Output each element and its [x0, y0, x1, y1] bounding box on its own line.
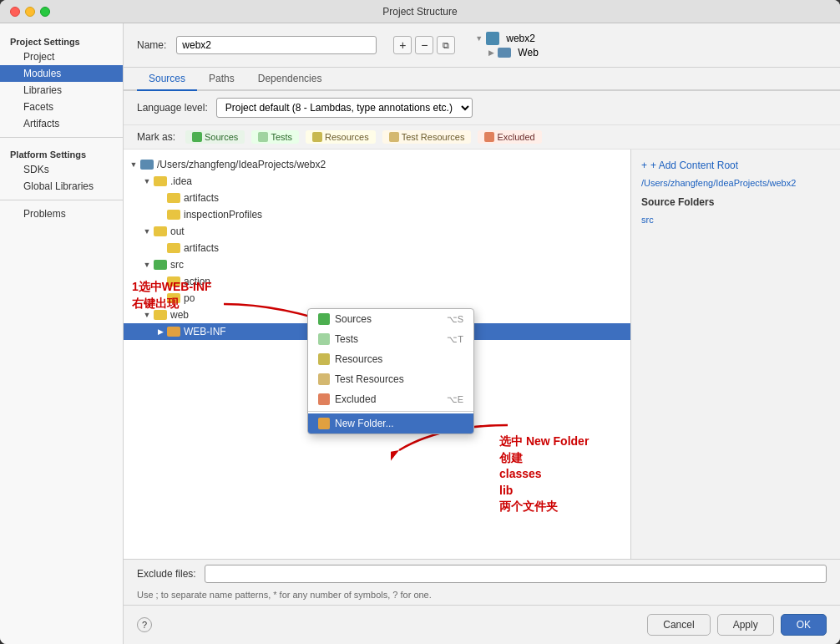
- sidebar-item-modules[interactable]: Modules: [0, 65, 123, 82]
- close-button[interactable]: [10, 7, 20, 17]
- content-root-path: /Users/zhangfeng/IdeaProjects/webx2: [641, 178, 830, 188]
- add-content-root-button[interactable]: + + Add Content Root: [641, 160, 830, 171]
- source-folder-src: src: [641, 213, 830, 226]
- sidebar-item-global-libraries[interactable]: Global Libraries: [0, 178, 123, 195]
- sidebar-item-sdks[interactable]: SDKs: [0, 161, 123, 178]
- ctx-resources[interactable]: Resources: [308, 349, 473, 369]
- language-level-label: Language level:: [137, 102, 208, 114]
- root-folder-icon: [140, 160, 154, 170]
- mark-as-row: Mark as: Sources Tests Resources Test Re…: [124, 125, 840, 150]
- ctx-newfolder-label: New Folder...: [335, 418, 394, 429]
- tree-toggle-out[interactable]: ▼: [140, 225, 154, 238]
- out-folder-icon: [154, 226, 167, 236]
- tree-label-root: /Users/zhangfeng/IdeaProjects/webx2: [157, 159, 326, 170]
- add-module-button[interactable]: +: [393, 36, 412, 54]
- module-tree-web[interactable]: ▶ Web: [475, 47, 538, 58]
- main-content: Project Settings Project Modules Librari…: [0, 23, 840, 644]
- sidebar-divider-2: [0, 200, 123, 200]
- tree-toggle-root[interactable]: ▼: [127, 158, 140, 171]
- sidebar: Project Settings Project Modules Librari…: [0, 23, 124, 644]
- module-name-input[interactable]: [176, 36, 377, 54]
- exclude-files-label: Exclude files:: [137, 568, 196, 580]
- sidebar-item-facets[interactable]: Facets: [0, 99, 123, 115]
- apply-button[interactable]: Apply: [717, 614, 774, 636]
- sidebar-label-artifacts: Artifacts: [23, 118, 59, 129]
- tree-label-idea: .idea: [170, 175, 192, 187]
- tree-item-out[interactable]: ▼ out: [124, 223, 630, 240]
- copy-module-button[interactable]: ⧉: [437, 36, 455, 54]
- ctx-testres[interactable]: Test Resources: [308, 369, 473, 389]
- tree-label-action: action: [184, 276, 210, 287]
- sidebar-item-artifacts[interactable]: Artifacts: [0, 115, 123, 132]
- sources-badge-icon: [192, 132, 202, 142]
- idea-folder-icon: [154, 176, 167, 186]
- sidebar-item-libraries[interactable]: Libraries: [0, 82, 123, 99]
- context-menu: Sources ⌥S Tests ⌥T: [307, 308, 474, 434]
- help-button[interactable]: ?: [137, 617, 152, 632]
- tab-paths[interactable]: Paths: [197, 68, 246, 91]
- language-level-select[interactable]: Project default (8 - Lambdas, type annot…: [216, 98, 473, 118]
- ctx-sources-icon: [318, 313, 330, 325]
- minimize-button[interactable]: [25, 7, 35, 17]
- mark-as-sources[interactable]: Sources: [185, 130, 245, 144]
- tab-dependencies[interactable]: Dependencies: [246, 68, 334, 91]
- maximize-button[interactable]: [40, 7, 50, 17]
- ctx-new-folder[interactable]: New Folder...: [308, 413, 473, 434]
- testres-badge-label: Test Resources: [402, 132, 465, 142]
- tree-toggle-web[interactable]: ▼: [140, 308, 154, 322]
- sidebar-label-problems: Problems: [23, 208, 66, 220]
- ctx-tests[interactable]: Tests ⌥T: [308, 329, 473, 349]
- traffic-lights: [10, 7, 50, 17]
- sidebar-label-project: Project: [23, 51, 54, 63]
- ctx-excluded[interactable]: Excluded ⌥E: [308, 389, 473, 409]
- module-tree-webx2[interactable]: ▼ webx2: [475, 32, 538, 45]
- tree-item-idea[interactable]: ▼ .idea: [124, 173, 630, 190]
- ctx-excluded-icon: [318, 393, 330, 405]
- module-tree-webx2-label: webx2: [506, 33, 535, 44]
- tree-label-out: out: [170, 226, 185, 237]
- tree-item-artifacts1[interactable]: ▶ artifacts: [124, 190, 630, 206]
- tree-item-artifacts2[interactable]: ▶ artifacts: [124, 240, 630, 256]
- tree-label-web: web: [170, 309, 189, 321]
- annotation-text-2: 选中 New Folder创建classeslib两个文件夹: [499, 434, 589, 515]
- ctx-excluded-shortcut: ⌥E: [447, 394, 463, 405]
- excluded-badge-icon: [484, 132, 494, 142]
- tree-item-po[interactable]: ▶ po: [124, 290, 630, 307]
- tree-item-inspection[interactable]: ▶ inspectionProfiles: [124, 206, 630, 223]
- sidebar-item-problems[interactable]: Problems: [0, 205, 123, 222]
- ctx-divider: [308, 411, 473, 412]
- testres-badge-icon: [389, 132, 399, 142]
- mark-as-resources[interactable]: Resources: [306, 130, 376, 144]
- exclude-files-input[interactable]: [205, 565, 827, 583]
- sidebar-label-global-libraries: Global Libraries: [23, 180, 94, 192]
- ctx-sources-shortcut: ⌥S: [447, 314, 463, 325]
- exclude-files-help: Use ; to separate name patterns, * for a…: [124, 588, 840, 605]
- tree-label-po: po: [184, 292, 195, 304]
- ctx-sources-label: Sources: [335, 313, 372, 325]
- mark-as-test-resources[interactable]: Test Resources: [382, 130, 472, 144]
- tree-item-action[interactable]: ▶ action: [124, 273, 630, 290]
- tree-item-src[interactable]: ▼ src: [124, 256, 630, 273]
- tree-item-root[interactable]: ▼ /Users/zhangfeng/IdeaProjects/webx2: [124, 156, 630, 173]
- tree-label-src: src: [170, 259, 184, 271]
- tree-toggle-src[interactable]: ▼: [140, 258, 154, 271]
- mark-as-excluded[interactable]: Excluded: [478, 130, 541, 144]
- remove-module-button[interactable]: −: [415, 36, 433, 54]
- ok-button[interactable]: OK: [781, 614, 827, 636]
- mark-as-tests[interactable]: Tests: [251, 130, 299, 144]
- dialog-title: Project Structure: [382, 6, 457, 18]
- tree-toggle-idea[interactable]: ▼: [140, 175, 154, 188]
- right-panel: Name: + − ⧉ ▼ webx2 ▶: [124, 23, 840, 644]
- tabs-row: Sources Paths Dependencies: [124, 68, 840, 91]
- tab-sources[interactable]: Sources: [137, 68, 197, 91]
- sidebar-label-sdks: SDKs: [23, 164, 49, 175]
- ctx-sources[interactable]: Sources ⌥S: [308, 309, 473, 329]
- resources-badge-label: Resources: [325, 132, 369, 142]
- ctx-testres-icon: [318, 373, 330, 385]
- add-content-root-label: + Add Content Root: [650, 160, 738, 171]
- cancel-button[interactable]: Cancel: [647, 614, 710, 636]
- exclude-files-row: Exclude files:: [124, 559, 840, 588]
- tree-toggle-webinf[interactable]: ▶: [154, 325, 167, 338]
- inspection-folder-icon: [167, 210, 180, 220]
- sidebar-item-project[interactable]: Project: [0, 48, 123, 65]
